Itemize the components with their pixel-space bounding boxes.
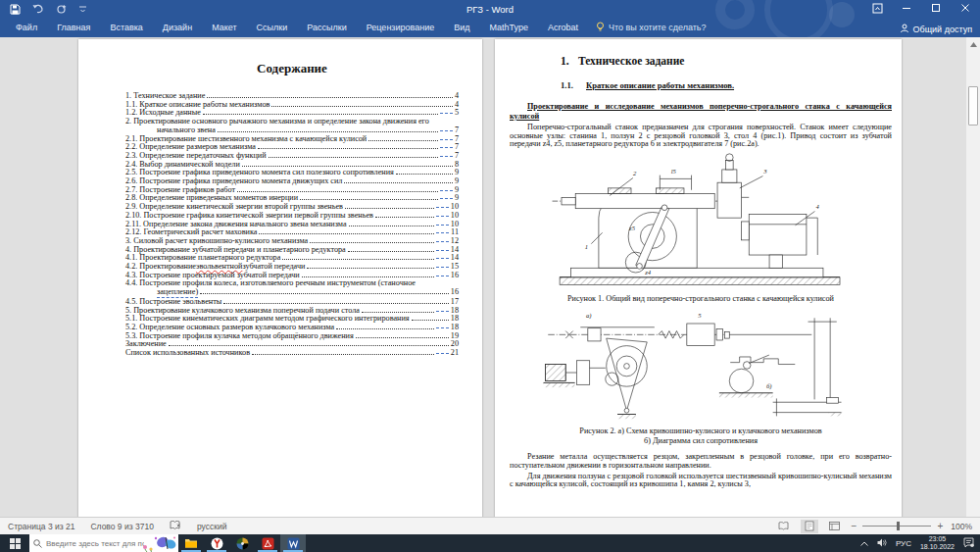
paragraph-title: Проектирование и исследование механизмов… bbox=[510, 102, 892, 121]
vertical-scrollbar[interactable] bbox=[965, 37, 980, 517]
hidden-icons-chevron-icon[interactable] bbox=[860, 539, 868, 548]
ribbon-tab-view[interactable]: Вид bbox=[444, 18, 479, 37]
taskbar-search-box[interactable] bbox=[29, 534, 178, 552]
paragraph-3: Для движения ползуна с резцовой головкой… bbox=[510, 473, 892, 489]
toc-list: 1. Техническое задание41.1. Краткое опис… bbox=[125, 92, 459, 358]
figure-1-drawing: 2 l5 3 4 1 z5 z4 bbox=[534, 151, 867, 290]
zoom-in-icon[interactable]: + bbox=[937, 521, 943, 531]
share-button[interactable]: Общий доступ bbox=[900, 24, 972, 35]
ribbon-tab-mathtype[interactable]: MathType bbox=[480, 18, 539, 37]
start-button[interactable] bbox=[0, 534, 29, 552]
figure-2-caption-line2: б) Диаграмма сил сопротивления bbox=[510, 436, 892, 446]
figure-2: а) bbox=[510, 307, 892, 427]
person-icon bbox=[900, 24, 909, 35]
tell-me-label: Что вы хотите сделать? bbox=[609, 23, 707, 32]
svg-text:1: 1 bbox=[585, 243, 588, 250]
zoom-slider[interactable]: − + bbox=[852, 521, 944, 531]
figure-1: 2 l5 3 4 1 z5 z4 bbox=[510, 151, 892, 294]
system-tray: РУС 23:05 18.10.2022 bbox=[860, 534, 980, 552]
taskbar-app-yandex-browser[interactable] bbox=[204, 534, 229, 552]
tray-time: 23:05 bbox=[920, 535, 955, 543]
paragraph-1: Поперечно-строгальный станок предназначе… bbox=[510, 124, 892, 149]
input-language[interactable]: РУС bbox=[896, 539, 911, 548]
svg-text:б): б) bbox=[766, 383, 772, 391]
document-workspace: Содержание 1. Техническое задание41.1. К… bbox=[0, 37, 980, 517]
clock[interactable]: 23:05 18.10.2022 bbox=[920, 535, 955, 551]
lightbulb-icon bbox=[596, 22, 605, 34]
window-title: РГЗ - Word bbox=[466, 4, 514, 15]
section-heading: 1.Техническое задание bbox=[561, 55, 892, 67]
quick-access-toolbar bbox=[10, 2, 87, 16]
zoom-level[interactable]: 100% bbox=[951, 522, 972, 531]
customize-qat-icon[interactable] bbox=[78, 5, 87, 14]
toc-title: Содержание bbox=[125, 61, 459, 76]
action-center-icon[interactable] bbox=[963, 537, 974, 549]
butterfly-search-art bbox=[139, 534, 178, 552]
figure-2-drawing: а) bbox=[524, 307, 877, 423]
ribbon-display-options-icon[interactable] bbox=[862, 0, 892, 16]
taskbar-app-word[interactable] bbox=[280, 534, 306, 552]
ribbon-tab-layout[interactable]: Макет bbox=[202, 18, 246, 37]
ribbon-tab-file[interactable]: Файл bbox=[6, 18, 47, 37]
undo-icon[interactable] bbox=[32, 4, 44, 14]
window-controls bbox=[862, 0, 980, 16]
figure-2-caption-line1: Рисунок 2. а) Схема кривошипно-кулисного… bbox=[510, 427, 892, 436]
proofing-status-icon[interactable] bbox=[170, 521, 181, 532]
word-window: РГЗ - Word ФайлГлавнаяВставкаДизайнМакет… bbox=[0, 0, 980, 552]
maximize-button[interactable] bbox=[921, 0, 951, 16]
svg-text:3: 3 bbox=[762, 168, 767, 175]
svg-text:l5: l5 bbox=[671, 168, 677, 175]
taskbar: РУС 23:05 18.10.2022 bbox=[0, 534, 980, 552]
page-section-1: 1.Техническое задание 1.1.Краткое описан… bbox=[495, 39, 902, 517]
scrollbar-thumb[interactable] bbox=[968, 86, 978, 125]
tray-date: 18.10.2022 bbox=[920, 543, 955, 551]
status-bar: Страница 3 из 21 Слово 9 из 3710 русский… bbox=[0, 517, 980, 534]
volume-icon[interactable] bbox=[877, 538, 887, 549]
share-label: Общий доступ bbox=[913, 25, 972, 34]
print-layout-button[interactable] bbox=[801, 520, 818, 533]
search-icon bbox=[33, 534, 42, 552]
redo-icon[interactable] bbox=[56, 4, 67, 15]
word-count[interactable]: Слово 9 из 3710 bbox=[90, 522, 153, 531]
paragraph-2: Резание металла осуществляется резцом, з… bbox=[510, 453, 892, 470]
subsection-heading: 1.1.Краткое описание работы механизмов. bbox=[561, 80, 892, 90]
zoom-thumb[interactable] bbox=[897, 522, 900, 530]
taskbar-app-file-explorer[interactable] bbox=[178, 534, 204, 552]
toc-entry[interactable]: 5.3. Построение профиля кулачка методом … bbox=[125, 332, 459, 341]
scroll-up-arrow-icon[interactable] bbox=[966, 37, 980, 51]
ribbon-tab-references[interactable]: Ссылки bbox=[247, 18, 298, 37]
taskbar-app-acrobat-reader[interactable] bbox=[255, 534, 280, 552]
figure-1-caption: Рисунок 1. Общий вид поперечно-строгальн… bbox=[510, 294, 892, 304]
svg-text:z4: z4 bbox=[644, 269, 652, 276]
language-indicator[interactable]: русский bbox=[197, 522, 227, 531]
zoom-track[interactable] bbox=[862, 526, 931, 527]
minimize-button[interactable] bbox=[892, 0, 921, 16]
save-icon[interactable] bbox=[10, 4, 21, 15]
ribbon-tab-mailings[interactable]: Рассылки bbox=[297, 18, 356, 37]
web-layout-button[interactable] bbox=[826, 520, 844, 533]
ribbon-tab-insert[interactable]: Вставка bbox=[100, 18, 152, 37]
svg-text:z5: z5 bbox=[628, 225, 636, 231]
page-table-of-contents: Содержание 1. Техническое задание41.1. К… bbox=[78, 39, 482, 517]
ribbon-tab-design[interactable]: Дизайн bbox=[153, 18, 202, 37]
toc-entry[interactable]: Список использованных источников 21 bbox=[125, 349, 459, 358]
ribbon-tab-row: ФайлГлавнаяВставкаДизайнМакетСсылкиРассы… bbox=[0, 18, 980, 37]
taskbar-app-color-sphere-app[interactable] bbox=[229, 534, 255, 552]
svg-text:4: 4 bbox=[815, 203, 819, 210]
tell-me-box[interactable]: Что вы хотите сделать? bbox=[596, 22, 707, 34]
ribbon-tab-review[interactable]: Рецензирование bbox=[357, 18, 445, 37]
page-indicator[interactable]: Страница 3 из 21 bbox=[8, 522, 74, 531]
search-input[interactable] bbox=[46, 539, 144, 548]
ribbon-tab-home[interactable]: Главная bbox=[47, 18, 100, 37]
svg-text:2: 2 bbox=[633, 170, 637, 176]
ribbon-tab-acrobat[interactable]: Acrobat bbox=[538, 18, 588, 37]
close-button[interactable] bbox=[951, 0, 980, 16]
title-bar: РГЗ - Word ФайлГлавнаяВставкаДизайнМакет… bbox=[0, 0, 980, 37]
read-mode-button[interactable] bbox=[775, 520, 793, 533]
svg-text:а): а) bbox=[586, 313, 592, 321]
zoom-out-icon[interactable]: − bbox=[852, 521, 858, 531]
svg-text:5: 5 bbox=[698, 313, 702, 320]
